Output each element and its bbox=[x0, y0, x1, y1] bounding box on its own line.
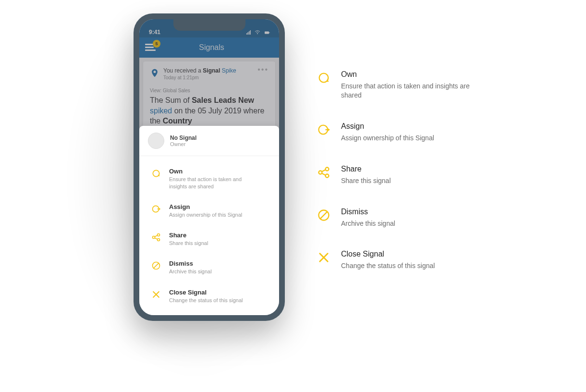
assign-icon bbox=[317, 123, 330, 136]
pin-icon bbox=[150, 67, 159, 79]
legend-title: Own bbox=[341, 70, 490, 79]
app-header: 5 Signals bbox=[139, 37, 279, 58]
dismiss-icon bbox=[317, 208, 330, 222]
wifi-icon bbox=[254, 30, 261, 36]
battery-icon bbox=[263, 30, 271, 36]
legend-desc: Share this signal bbox=[341, 176, 391, 185]
action-share[interactable]: ShareShare this signal bbox=[139, 225, 279, 253]
close-icon bbox=[317, 251, 330, 264]
status-time: 9:41 bbox=[149, 29, 160, 36]
owner-subtitle: Owner bbox=[170, 141, 196, 147]
legend-desc: Ensure that action is taken and insights… bbox=[341, 82, 490, 100]
legend-title: Share bbox=[341, 165, 391, 173]
card-timestamp: Today at 1:21pm bbox=[163, 75, 236, 80]
notch bbox=[173, 19, 245, 31]
menu-button[interactable]: 5 bbox=[145, 43, 158, 52]
legend-title: Close Signal bbox=[341, 250, 435, 258]
action-close-signal[interactable]: Close SignalChange the status of this si… bbox=[139, 282, 279, 310]
action-desc: Ensure that action is taken and insights… bbox=[169, 176, 256, 190]
assign-icon bbox=[151, 204, 161, 214]
close-icon bbox=[151, 290, 161, 299]
action-title: Close Signal bbox=[169, 289, 243, 296]
dismiss-icon bbox=[151, 261, 161, 270]
action-dismiss[interactable]: DismissArchive this signal bbox=[139, 253, 279, 282]
action-own[interactable]: OwnEnsure that action is taken and insig… bbox=[139, 161, 279, 196]
share-icon bbox=[151, 233, 161, 242]
action-desc: Change the status of this signal bbox=[169, 297, 243, 304]
owner-avatar bbox=[148, 133, 164, 149]
card-viewline: View: Global Sales bbox=[150, 88, 269, 93]
phone-screen: 9:41 5 Signals You received a Si bbox=[139, 19, 279, 315]
owner-title: No Signal bbox=[170, 135, 196, 141]
action-desc: Share this signal bbox=[169, 240, 208, 246]
legend-desc: Change the status of this signal bbox=[341, 261, 435, 270]
status-icons bbox=[245, 30, 271, 36]
legend-desc: Assign ownership of this Signal bbox=[341, 134, 434, 143]
action-desc: Assign ownership of this Signal bbox=[169, 211, 242, 218]
action-sheet: No Signal Owner OwnEnsure that action is… bbox=[139, 126, 279, 315]
action-title: Own bbox=[169, 168, 256, 175]
action-title: Dismiss bbox=[169, 260, 212, 267]
card-body: The Sum of Sales Leads New spiked on the… bbox=[150, 95, 269, 126]
phone-frame: 9:41 5 Signals You received a Si bbox=[134, 13, 285, 321]
legend-assign: AssignAssign ownership of this Signal bbox=[317, 122, 490, 143]
legend-dismiss: DismissArchive this signal bbox=[317, 208, 490, 228]
menu-badge: 5 bbox=[153, 40, 160, 48]
legend-title: Dismiss bbox=[341, 208, 395, 216]
legend-share: ShareShare this signal bbox=[317, 165, 490, 185]
page-title: Signals bbox=[150, 43, 273, 52]
action-desc: Archive this signal bbox=[169, 268, 212, 275]
legend-title: Assign bbox=[341, 122, 434, 131]
action-assign[interactable]: AssignAssign ownership of this Signal bbox=[139, 196, 279, 225]
own-icon bbox=[317, 71, 330, 85]
owner-row: No Signal Owner bbox=[139, 126, 279, 156]
legend: OwnEnsure that action is taken and insig… bbox=[317, 70, 490, 293]
action-title: Share bbox=[169, 232, 208, 239]
action-list: OwnEnsure that action is taken and insig… bbox=[139, 156, 279, 315]
own-icon bbox=[151, 169, 161, 178]
card-menu-button[interactable]: ••• bbox=[257, 67, 269, 72]
card-heading: You received a Signal Spike bbox=[163, 67, 236, 74]
legend-own: OwnEnsure that action is taken and insig… bbox=[317, 70, 490, 100]
share-icon bbox=[317, 166, 330, 179]
legend-desc: Archive this signal bbox=[341, 219, 395, 228]
legend-close-signal: Close SignalChange the status of this si… bbox=[317, 250, 490, 270]
action-title: Assign bbox=[169, 203, 242, 210]
cellular-icon bbox=[245, 30, 252, 36]
